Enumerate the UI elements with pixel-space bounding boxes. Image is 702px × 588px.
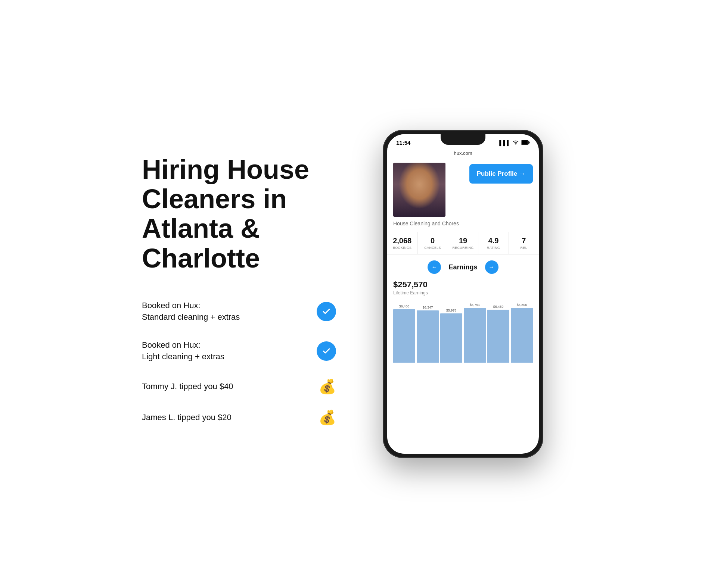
profile-subtitle: House Cleaning and Chores — [387, 217, 539, 232]
activity-text-booking1: Booked on Hux:Standard cleaning + extras — [142, 300, 240, 323]
stat-label-4: REL — [511, 246, 537, 250]
earnings-title: Earnings — [448, 263, 477, 271]
stat-number-1: 0 — [420, 237, 445, 245]
activity-list: Booked on Hux:Standard cleaning + extras… — [142, 292, 336, 433]
chart-bar-1 — [417, 310, 439, 363]
status-bar: 11:54 ▌▌▌ — [387, 134, 539, 149]
chart-bar-label-4: $6,439 — [493, 305, 504, 309]
activity-item-tip1: Tommy J. tipped you $40💰 — [142, 371, 336, 402]
profile-section: Public Profile → — [387, 159, 539, 217]
status-icons: ▌▌▌ — [499, 140, 530, 146]
activity-item-booking2: Booked on Hux:Light cleaning + extras — [142, 331, 336, 371]
check-icon-booking2 — [317, 341, 336, 361]
svg-rect-1 — [522, 141, 528, 144]
earnings-section: $257,570 Lifetime Earnings — [387, 280, 539, 299]
chart-bar-2 — [440, 313, 462, 363]
stat-number-0: 2,068 — [389, 237, 415, 245]
stat-item-rating: 4.9RATING — [478, 232, 509, 254]
stats-row: 2,068BOOKINGS0CANCELS19RECURRING4.9RATIN… — [387, 232, 539, 254]
stat-number-4: 7 — [511, 237, 537, 245]
left-section: Hiring House Cleaners in Atlanta & Charl… — [142, 155, 336, 433]
chart-bar-label-0: $6,466 — [399, 304, 410, 308]
url-text: hux.com — [454, 150, 472, 156]
stat-label-1: CANCELS — [420, 246, 445, 250]
activity-item-booking1: Booked on Hux:Standard cleaning + extras — [142, 292, 336, 332]
earnings-nav: ← Earnings → — [387, 254, 539, 280]
chart-bar-label-3: $6,791 — [470, 303, 480, 307]
signal-icon: ▌▌▌ — [499, 140, 510, 146]
main-title: Hiring House Cleaners in Atlanta & Charl… — [142, 155, 336, 273]
chart-bar-4 — [487, 310, 509, 363]
stat-label-0: BOOKINGS — [389, 246, 415, 250]
stat-item-bookings: 2,068BOOKINGS — [387, 232, 417, 254]
chart-bar-label-5: $6,806 — [517, 303, 527, 307]
earnings-prev-button[interactable]: ← — [428, 260, 441, 274]
chart-bar-label-2: $5,978 — [446, 309, 457, 312]
stat-number-3: 4.9 — [481, 237, 506, 245]
profile-photo-face — [393, 163, 445, 217]
money-bag-icon-tip2: 💰 — [319, 410, 336, 425]
chart-bar-wrapper-2: $5,978 — [440, 303, 462, 363]
page-wrapper: Hiring House Cleaners in Atlanta & Charl… — [0, 0, 702, 588]
earnings-next-button[interactable]: → — [485, 260, 498, 274]
svg-rect-2 — [529, 141, 530, 143]
stat-number-2: 19 — [450, 237, 476, 245]
activity-text-tip2: James L. tipped you $20 — [142, 412, 232, 423]
wifi-icon — [513, 140, 519, 146]
public-profile-area: Public Profile → — [451, 163, 533, 184]
chart-bar-wrapper-4: $6,439 — [487, 303, 509, 363]
public-profile-button[interactable]: Public Profile → — [469, 164, 533, 184]
stat-item-rel: 7REL — [509, 232, 539, 254]
battery-icon — [521, 140, 530, 146]
chart-bar-wrapper-0: $6,466 — [393, 303, 415, 363]
activity-text-tip1: Tommy J. tipped you $40 — [142, 381, 233, 392]
chart-bar-label-1: $6,347 — [423, 306, 433, 309]
notch — [441, 134, 485, 145]
chart-area: $6,466$6,347$5,978$6,791$6,439$6,806 — [393, 303, 533, 363]
chart-bar-0 — [393, 309, 415, 363]
check-icon-booking1 — [317, 302, 336, 321]
profile-photo — [393, 163, 445, 217]
stat-item-recurring: 19RECURRING — [448, 232, 478, 254]
phone-screen: 11:54 ▌▌▌ hux.com — [387, 134, 539, 454]
url-bar: hux.com — [387, 149, 539, 159]
stat-label-2: RECURRING — [450, 246, 476, 250]
phone-wrapper: 11:54 ▌▌▌ hux.com — [366, 130, 560, 458]
chart-bar-wrapper-3: $6,791 — [464, 303, 486, 363]
phone-frame: 11:54 ▌▌▌ hux.com — [383, 130, 543, 458]
stat-item-cancels: 0CANCELS — [417, 232, 448, 254]
money-bag-icon-tip1: 💰 — [319, 379, 336, 394]
status-time: 11:54 — [396, 140, 410, 146]
bar-chart: $6,466$6,347$5,978$6,791$6,439$6,806 — [387, 299, 539, 454]
chart-bar-wrapper-5: $6,806 — [511, 303, 533, 363]
earnings-amount: $257,570 — [393, 280, 533, 290]
chart-bar-wrapper-1: $6,347 — [417, 303, 439, 363]
activity-text-booking2: Booked on Hux:Light cleaning + extras — [142, 340, 224, 363]
stat-label-3: RATING — [481, 246, 506, 250]
earnings-subtitle: Lifetime Earnings — [393, 290, 533, 295]
chart-bar-3 — [464, 308, 486, 363]
chart-bar-5 — [511, 308, 533, 363]
activity-item-tip2: James L. tipped you $20💰 — [142, 402, 336, 433]
